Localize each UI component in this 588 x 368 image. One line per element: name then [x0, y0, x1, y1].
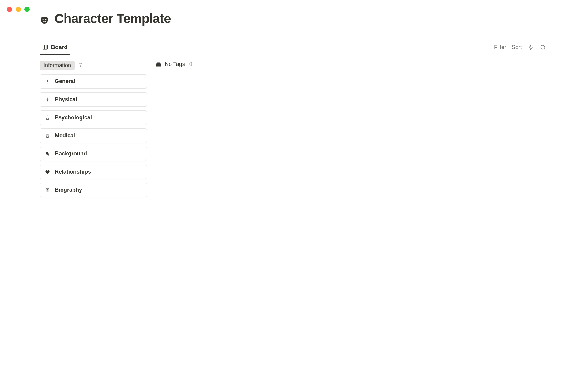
- column-count-no-tags: 0: [189, 61, 192, 67]
- svg-point-14: [47, 116, 48, 117]
- card-physical[interactable]: Physical: [40, 92, 147, 107]
- search-icon: [540, 44, 546, 51]
- column-tag-information: Information: [40, 61, 75, 70]
- column-header-information[interactable]: Information 7: [40, 61, 147, 70]
- filter-button[interactable]: Filter: [494, 44, 506, 51]
- view-toolbar: Board Filter Sort: [40, 40, 548, 55]
- card-background[interactable]: Background: [40, 147, 147, 161]
- card-label: General: [55, 78, 75, 85]
- column-label-no-tags: No Tags: [165, 61, 185, 67]
- page-title[interactable]: Character Template: [55, 11, 171, 26]
- page-icon-masks[interactable]: [40, 16, 49, 27]
- heart-icon: [44, 169, 51, 175]
- person-standing-icon: [44, 97, 51, 103]
- tab-board[interactable]: Board: [40, 40, 70, 55]
- window-close-button[interactable]: [7, 7, 12, 12]
- board-icon: [42, 44, 48, 50]
- card-psychological[interactable]: Psychological: [40, 110, 147, 125]
- exclamation-icon: [44, 79, 51, 85]
- board-area: Information 7 General: [40, 61, 548, 201]
- card-label: Background: [55, 151, 87, 157]
- notepad-icon: [44, 187, 51, 193]
- svg-point-0: [43, 19, 44, 20]
- card-general[interactable]: General: [40, 74, 147, 89]
- window-maximize-button[interactable]: [24, 7, 30, 12]
- column-header-no-tags[interactable]: No Tags 0: [156, 61, 263, 67]
- card-medical[interactable]: Medical: [40, 128, 147, 143]
- card-label: Physical: [55, 96, 77, 103]
- sort-button[interactable]: Sort: [512, 44, 522, 51]
- card-label: Relationships: [55, 169, 91, 175]
- svg-point-9: [47, 98, 48, 98]
- page-header: Character Template: [40, 16, 548, 31]
- tab-board-label: Board: [51, 44, 68, 51]
- card-biography[interactable]: Biography: [40, 183, 147, 197]
- card-label: Psychological: [55, 114, 92, 121]
- card-relationships[interactable]: Relationships: [40, 165, 147, 179]
- column-no-tags: No Tags 0: [156, 61, 263, 72]
- card-label: Biography: [55, 187, 82, 193]
- chat-comments-icon: [44, 151, 51, 157]
- svg-rect-2: [43, 45, 48, 49]
- lightning-icon: [527, 44, 534, 51]
- column-count-information: 7: [79, 62, 82, 69]
- dna-icon: [44, 133, 51, 139]
- window-minimize-button[interactable]: [16, 7, 21, 12]
- column-information: Information 7 General: [40, 61, 147, 201]
- svg-point-5: [541, 45, 545, 49]
- card-label: Medical: [55, 132, 75, 139]
- svg-point-1: [45, 19, 47, 20]
- search-button[interactable]: [540, 44, 546, 51]
- svg-line-6: [544, 49, 545, 50]
- inbox-icon: [156, 61, 162, 67]
- svg-line-13: [47, 100, 48, 102]
- chess-pawn-icon: [44, 115, 51, 121]
- automations-button[interactable]: [527, 44, 534, 51]
- svg-line-12: [47, 100, 47, 102]
- svg-point-8: [47, 83, 48, 83]
